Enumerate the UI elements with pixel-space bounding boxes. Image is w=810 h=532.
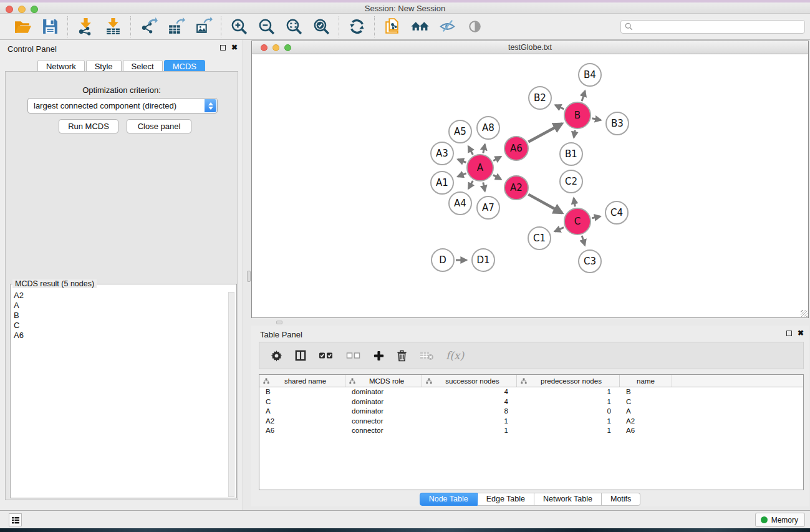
table-cell[interactable]: 1 (422, 417, 517, 427)
export-image-button[interactable] (192, 16, 215, 37)
network-graph-canvas[interactable]: B4B2BB3B1A5A8A6A3AA1C2A4A7A2C4CC1C3DD1 (252, 54, 808, 317)
close-table-panel-icon[interactable]: ✖ (798, 330, 804, 336)
edge-A-A6[interactable] (493, 157, 501, 161)
reset-view-button[interactable] (408, 16, 431, 37)
table-cell[interactable]: 0 (517, 407, 620, 417)
table-cell[interactable]: 1 (517, 426, 620, 436)
result-item[interactable]: C (11, 321, 228, 331)
edge-B-B3[interactable] (592, 118, 601, 120)
float-table-panel-icon[interactable] (786, 331, 792, 336)
edge-A-A4[interactable] (468, 181, 473, 189)
hide-details-button[interactable] (436, 16, 458, 37)
table-cell[interactable]: A6 (620, 426, 672, 436)
float-panel-icon[interactable] (220, 45, 226, 51)
edge-B-B1[interactable] (574, 130, 575, 138)
close-panel-button[interactable]: Close panel (127, 119, 191, 133)
network-window-titlebar[interactable]: testGlobe.txt (252, 41, 808, 54)
table-cell[interactable]: dominator (345, 407, 422, 417)
run-mcds-button[interactable]: Run MCDS (59, 119, 118, 133)
horizontal-splitter-handle[interactable] (276, 321, 282, 324)
splitter-handle[interactable] (247, 271, 251, 282)
clone-network-button[interactable] (381, 16, 403, 37)
task-history-button[interactable] (9, 513, 22, 526)
table-cell[interactable]: C (620, 397, 672, 407)
table-cell[interactable]: C (259, 397, 345, 407)
edge-A-A3[interactable] (458, 160, 466, 163)
close-panel-icon[interactable]: ✖ (231, 44, 238, 51)
column-header-successor-nodes[interactable]: successor nodes (422, 375, 517, 387)
edge-C-C2[interactable] (574, 198, 575, 207)
tab-motifs[interactable]: Motifs (602, 493, 640, 506)
search-input[interactable] (620, 20, 805, 34)
table-cell[interactable]: connector (345, 426, 422, 436)
edge-A-A2[interactable] (493, 175, 501, 180)
add-row-button[interactable] (374, 351, 384, 361)
select-all-button[interactable] (319, 351, 334, 360)
table-row[interactable]: Bdominator41B (259, 387, 803, 397)
table-cell[interactable]: 1 (517, 417, 620, 427)
table-cell[interactable]: 8 (422, 407, 517, 417)
open-file-button[interactable] (11, 16, 34, 37)
table-cell[interactable]: A2 (620, 417, 672, 427)
table-cell[interactable]: 4 (422, 387, 517, 397)
export-table-button[interactable] (165, 16, 187, 37)
table-settings-button[interactable] (271, 350, 282, 362)
table-cell[interactable]: connector (345, 417, 422, 427)
edge-C-C3[interactable] (582, 236, 585, 245)
column-header-predecessor-nodes[interactable]: predecessor nodes (517, 375, 620, 387)
edge-A2-C[interactable] (528, 195, 562, 213)
import-network-button[interactable] (74, 16, 97, 37)
table-cell[interactable]: 1 (517, 397, 620, 407)
edge-A-A8[interactable] (483, 145, 485, 153)
table-row[interactable]: A6connector11A6 (259, 426, 803, 436)
resize-grip-icon[interactable] (801, 310, 808, 317)
edge-A6-B[interactable] (528, 123, 562, 142)
table-cell[interactable]: 1 (517, 387, 620, 397)
tab-network-table[interactable]: Network Table (534, 493, 602, 506)
show-columns-button[interactable] (295, 350, 306, 361)
edge-A-A7[interactable] (483, 183, 485, 191)
zoom-in-button[interactable] (228, 16, 250, 37)
table-cell[interactable]: dominator (345, 387, 422, 397)
result-item[interactable]: A2 (11, 291, 228, 301)
export-network-button[interactable] (137, 16, 160, 37)
edge-B-B2[interactable] (556, 105, 564, 109)
table-cell[interactable]: dominator (345, 397, 422, 407)
result-item[interactable]: A (11, 301, 228, 311)
save-session-button[interactable] (39, 16, 61, 37)
deselect-all-button[interactable] (346, 351, 361, 360)
column-header-MCDS-role[interactable]: MCDS role (345, 375, 422, 387)
edge-B-B4[interactable] (582, 91, 585, 101)
edge-A-A5[interactable] (468, 147, 473, 155)
tab-node-table[interactable]: Node Table (420, 493, 478, 506)
table-cell[interactable]: 1 (422, 426, 517, 436)
show-details-button[interactable] (463, 16, 486, 37)
table-cell[interactable]: 4 (422, 397, 517, 407)
result-item[interactable]: A6 (11, 331, 228, 341)
delete-table-button[interactable] (420, 351, 433, 360)
import-table-button[interactable] (102, 16, 124, 37)
table-row[interactable]: Adominator80A (259, 407, 803, 417)
delete-row-button[interactable] (397, 350, 407, 362)
criterion-dropdown[interactable]: largest connected component (directed) (27, 98, 218, 114)
title-bar[interactable]: Session: New Session (0, 2, 810, 14)
table-cell[interactable]: B (620, 387, 672, 397)
table-cell[interactable]: B (259, 387, 345, 397)
zoom-out-button[interactable] (255, 16, 277, 37)
table-cell[interactable]: A6 (259, 426, 345, 436)
zoom-fit-button[interactable] (282, 16, 305, 37)
refresh-network-button[interactable] (345, 16, 368, 37)
edge-C-C1[interactable] (555, 228, 564, 231)
edge-A-A1[interactable] (458, 173, 466, 177)
edge-C-C4[interactable] (592, 216, 600, 218)
table-cell[interactable]: A (620, 407, 672, 417)
table-row[interactable]: Cdominator41C (259, 397, 803, 407)
tab-edge-table[interactable]: Edge Table (478, 493, 534, 506)
memory-button[interactable]: Memory (755, 513, 805, 527)
column-header-name[interactable]: name (620, 375, 672, 387)
table-cell[interactable]: A (259, 407, 345, 417)
table-cell[interactable]: A2 (259, 417, 345, 427)
table-row[interactable]: A2connector11A2 (259, 417, 803, 427)
result-item[interactable]: B (11, 311, 228, 321)
zoom-selected-button[interactable] (310, 16, 332, 37)
